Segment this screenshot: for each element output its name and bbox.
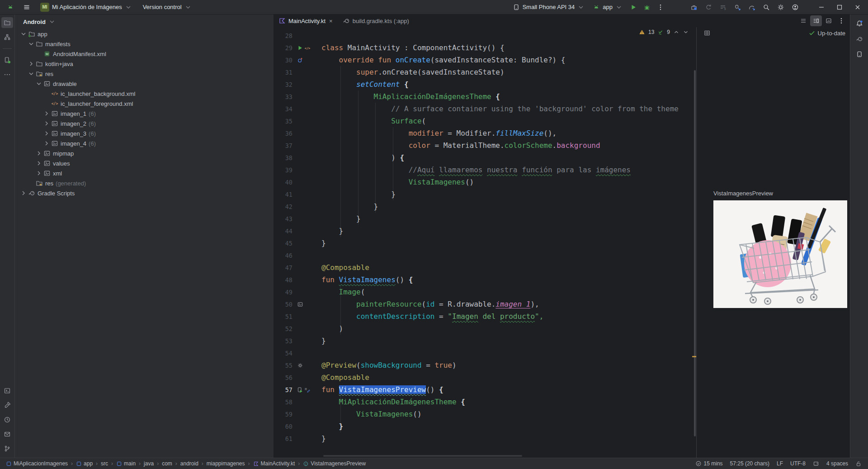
- indent-widget[interactable]: 4 spaces: [826, 460, 848, 467]
- breadcrumb-src[interactable]: src: [99, 460, 109, 467]
- tree-item-kotlin-java[interactable]: kotlin+java: [15, 59, 274, 69]
- device-manager-icon[interactable]: [1, 55, 13, 66]
- tree-item-gradle-scripts[interactable]: Gradle Scripts: [15, 188, 274, 198]
- code-line-46[interactable]: 46: [274, 249, 679, 261]
- code-line-49[interactable]: 49 Image(: [274, 286, 679, 298]
- account-icon[interactable]: [789, 2, 801, 13]
- tree-item-res[interactable]: res: [15, 69, 274, 79]
- code-line-29[interactable]: 29</>class MainActivity : ComponentActiv…: [274, 42, 679, 54]
- collapse-icon[interactable]: [27, 40, 35, 47]
- git-icon[interactable]: [1, 443, 13, 454]
- code-line-55[interactable]: 55@Preview(showBackground = true): [274, 359, 679, 371]
- breadcrumb-java[interactable]: java: [142, 460, 155, 467]
- todo-list-icon[interactable]: 5: [717, 2, 729, 13]
- search-everywhere-icon[interactable]: [760, 2, 772, 13]
- code-line-39[interactable]: 39 //Aquí llamaremos nuestra función par…: [274, 164, 679, 176]
- expand-icon[interactable]: [35, 170, 42, 177]
- code-line-58[interactable]: 58 MiAplicaciónDeImágenesTheme {: [274, 396, 679, 408]
- breadcrumb-miaplicacionimagenes[interactable]: MiAplicacionImagenes: [5, 460, 69, 467]
- code-line-36[interactable]: 36 modifier = Modifier.fillMaxSize(),: [274, 127, 679, 139]
- tree-item-imagen-2[interactable]: imagen_2(6): [15, 118, 274, 128]
- caret-position-widget[interactable]: 57:25 (20 chars): [730, 460, 769, 467]
- main-menu-icon[interactable]: [21, 2, 33, 13]
- vcs-sync-widget[interactable]: 15 mins: [695, 460, 723, 467]
- code-view-icon[interactable]: [797, 15, 809, 26]
- override-icon[interactable]: [297, 57, 303, 63]
- code-editor[interactable]: 2829</>class MainActivity : ComponentAct…: [274, 27, 696, 458]
- breadcrumb-miappimagenes[interactable]: miappimagenes: [205, 460, 246, 467]
- tree-item-androidmanifest-xml[interactable]: MAndroidManifest.xml: [15, 49, 274, 59]
- device-selector[interactable]: Small Phone API 34: [509, 2, 588, 12]
- next-issue-icon[interactable]: [683, 29, 689, 35]
- code-area[interactable]: 2829</>class MainActivity : ComponentAct…: [274, 29, 679, 445]
- vertical-scrollbar[interactable]: [694, 70, 696, 436]
- expand-icon[interactable]: [42, 130, 50, 137]
- terminal-icon[interactable]: [1, 385, 13, 396]
- tree-item-mipmap[interactable]: mipmap: [15, 148, 274, 158]
- notifications-log-icon[interactable]: [1, 429, 13, 440]
- tree-item-drawable[interactable]: drawable: [15, 79, 274, 89]
- code-line-61[interactable]: 61}: [274, 432, 679, 445]
- code-line-33[interactable]: 33 MiAplicaciónDeImágenesTheme {: [274, 90, 679, 103]
- more-tool-windows-icon[interactable]: [1, 69, 13, 80]
- expand-icon[interactable]: [42, 140, 50, 147]
- tree-item-imagen-3[interactable]: imagen_3(6): [15, 128, 274, 138]
- tree-item-ic-launcher-foreground-xml[interactable]: </>ic_launcher_foreground.xml: [15, 99, 274, 109]
- code-line-53[interactable]: 53}: [274, 335, 679, 347]
- breadcrumb-main[interactable]: main: [115, 460, 137, 467]
- tree-item-imagen-1[interactable]: imagen_1(6): [15, 109, 274, 118]
- runplay-icon[interactable]: [297, 45, 303, 51]
- inspections-widget[interactable]: 13 9: [639, 29, 689, 35]
- breadcrumb-android[interactable]: android: [179, 460, 200, 467]
- build-icon[interactable]: [1, 400, 13, 411]
- close-tab-icon[interactable]: ×: [329, 18, 333, 24]
- code-line-42[interactable]: 42 }: [274, 200, 679, 213]
- imggut-icon[interactable]: [297, 301, 303, 308]
- tree-item-res[interactable]: res(generated): [15, 178, 274, 188]
- notifications-icon[interactable]: [854, 18, 865, 29]
- history-icon[interactable]: [1, 414, 13, 425]
- profiler-icon[interactable]: [746, 2, 758, 13]
- code-line-35[interactable]: 35 Surface(: [274, 115, 679, 127]
- code-line-44[interactable]: 44 }: [274, 225, 679, 237]
- expand-icon[interactable]: [35, 160, 42, 167]
- gradle-tool-icon[interactable]: [854, 33, 865, 44]
- code-line-48[interactable]: 48fun VistaImagenes() {: [274, 274, 679, 286]
- error-stripe-mark[interactable]: [692, 356, 696, 357]
- tree-item-values[interactable]: values: [15, 158, 274, 168]
- code-line-28[interactable]: 28: [274, 29, 679, 42]
- tab-mainactivity[interactable]: MainActivity.kt ×: [274, 14, 338, 27]
- tree-item-xml[interactable]: xml: [15, 168, 274, 178]
- breadcrumb-com[interactable]: com: [160, 460, 174, 467]
- expand-icon[interactable]: [19, 189, 27, 197]
- expand-icon[interactable]: [42, 110, 50, 117]
- design-view-icon[interactable]: [823, 15, 835, 26]
- code-line-30[interactable]: 30 override fun onCreate(savedInstanceSt…: [274, 54, 679, 66]
- code-line-34[interactable]: 34 // A surface container using the 'bac…: [274, 103, 679, 115]
- maximize-icon[interactable]: [834, 2, 845, 13]
- preview-layout-icon[interactable]: [701, 28, 713, 38]
- debug-button[interactable]: [641, 2, 653, 13]
- code-line-45[interactable]: 45}: [274, 237, 679, 249]
- breadcrumb-mainactivity-kt[interactable]: MainActivity.kt: [252, 460, 297, 467]
- run-config-selector[interactable]: app: [590, 2, 626, 12]
- prevrun-icon[interactable]: [297, 387, 303, 393]
- gearsmall-icon[interactable]: [297, 362, 303, 369]
- code-line-38[interactable]: 38 ) {: [274, 152, 679, 164]
- code-line-54[interactable]: 54: [274, 347, 679, 359]
- structure-tool-icon[interactable]: [1, 32, 13, 43]
- project-view-mode[interactable]: Android: [15, 14, 274, 29]
- collapse-icon[interactable]: [35, 80, 42, 87]
- unlock-icon[interactable]: [855, 460, 862, 467]
- code-line-51[interactable]: 51 contentDescription = "Imagen del prod…: [274, 310, 679, 322]
- minimize-icon[interactable]: [816, 2, 827, 13]
- project-tool-icon[interactable]: [1, 17, 13, 28]
- undo-disabled-icon[interactable]: [703, 2, 714, 13]
- code-line-60[interactable]: 60 }: [274, 420, 679, 432]
- code-line-37[interactable]: 37 color = MaterialTheme.colorScheme.bac…: [274, 139, 679, 152]
- project-widget[interactable]: MI Mi Aplicación de Imágenes: [37, 1, 135, 13]
- code-line-31[interactable]: 31 super.onCreate(savedInstanceState): [274, 66, 679, 78]
- collapse-icon[interactable]: [27, 70, 35, 77]
- vcs-widget[interactable]: Version control: [140, 2, 195, 12]
- code-line-32[interactable]: 32 setContent {: [274, 78, 679, 90]
